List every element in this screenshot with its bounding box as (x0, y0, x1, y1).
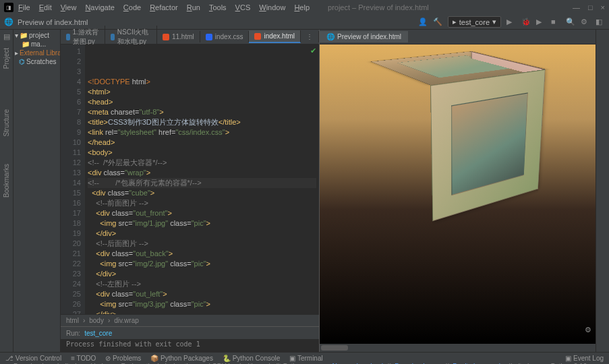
breadcrumb-item[interactable]: body (89, 317, 104, 324)
breadcrumb-item[interactable]: html (66, 317, 79, 324)
code-line[interactable]: <div class="out_left"> (88, 289, 316, 299)
project-root[interactable]: project (29, 32, 49, 39)
menu-window[interactable]: Window (256, 2, 289, 13)
code-line[interactable]: <meta charset="utf-8"> (88, 107, 316, 117)
breadcrumb-item[interactable]: div.wrap (114, 317, 139, 324)
project-tree[interactable]: ▾📁project 📁ma... ▸External Libraries ⌬Sc… (13, 30, 61, 352)
preview-hscrollbar[interactable] (320, 344, 596, 352)
globe-icon: 🌐 (4, 18, 13, 26)
code-line[interactable]: <!--前面图片 --> (88, 198, 316, 208)
search-icon[interactable]: 🔍 (566, 18, 575, 27)
code-line[interactable]: <div class="out_back"> (88, 249, 316, 259)
settings-icon[interactable]: ⚙ (581, 18, 590, 27)
menu-vcs[interactable]: VCS (232, 2, 254, 13)
toolwin-terminal[interactable]: ▣ Terminal (289, 355, 322, 362)
code-line[interactable]: <!DOCTYPE html> (88, 77, 316, 87)
panel-icon[interactable]: ◧ (596, 18, 605, 27)
minimize-button[interactable]: — (573, 3, 580, 11)
code-line[interactable]: <!-- /*包裹所有元素的容器*/--> (88, 178, 316, 188)
maximize-button[interactable]: □ (588, 3, 593, 11)
menu-view[interactable]: View (57, 2, 80, 13)
window-title: project – Preview of index.html (328, 3, 429, 11)
stop-button[interactable]: ■ (551, 18, 560, 27)
toolwin-todo[interactable]: ≡ TODO (71, 355, 96, 362)
preview-tab[interactable]: 🌐 Preview of index.html (320, 31, 408, 42)
code-line[interactable]: <img src="img/3.jpg" class="pic"> (88, 299, 316, 309)
run-config-name[interactable]: test_core (84, 330, 112, 337)
code-line[interactable]: </div> (88, 309, 316, 314)
project-tool-label[interactable]: Project (3, 48, 10, 69)
html-file-icon (254, 33, 261, 40)
user-icon[interactable]: 👤 (418, 18, 428, 27)
right-tool-stripe (596, 30, 609, 352)
code-line[interactable]: <body> (88, 148, 316, 158)
editor-tab[interactable]: index.css (200, 31, 250, 42)
code-line[interactable]: </head> (88, 138, 316, 148)
code-line[interactable]: <!--后面图片 --> (88, 239, 316, 249)
toolwin-python-packages[interactable]: 📦 Python Packages (150, 355, 213, 362)
line-gutter: 1234567891011121314151617181920212223242… (61, 44, 85, 314)
code-line[interactable]: <head> (88, 97, 316, 107)
code-line[interactable]: </div> (88, 269, 316, 279)
code-content[interactable]: ✔ <!DOCTYPE html><html><head><meta chars… (85, 44, 319, 314)
toolwin-problems[interactable]: ⊘ Problems (105, 355, 141, 362)
py-file-icon (111, 34, 115, 40)
tabs-more-icon[interactable]: ⋮ (301, 31, 319, 42)
run-label: Run: (66, 330, 80, 337)
preview-viewport[interactable]: ⚙ (320, 44, 596, 344)
close-button[interactable]: × (601, 3, 605, 11)
run-config-selector[interactable]: ▸ test_core ▾ (448, 16, 501, 28)
editor-tab[interactable]: 11.html (157, 31, 200, 42)
run-output: Process finished with exit code 1 (61, 339, 319, 349)
editor-tab[interactable]: index.html (249, 30, 301, 43)
title-bar: ◨ FileEditViewNavigateCodeRefactorRunToo… (0, 0, 609, 15)
left-tool-stripe: ▤ Project Structure Bookmarks (0, 30, 13, 352)
code-line[interactable]: <div class="wrap"> (88, 168, 316, 178)
menu-help[interactable]: Help (291, 2, 313, 13)
cube-3d (397, 59, 505, 195)
html-file-icon (163, 34, 169, 40)
menu-navigate[interactable]: Navigate (82, 2, 117, 13)
code-line[interactable]: <title>CSS3制作3D图片立方体旋转特效</title> (88, 117, 316, 127)
hammer-icon[interactable]: 🔨 (433, 18, 442, 27)
preview-settings-icon[interactable]: ⚙ (585, 326, 591, 334)
event-log-button[interactable]: ▣ Event Log (565, 355, 604, 362)
code-line[interactable]: <link rel="stylesheet" href="css/index.c… (88, 127, 316, 138)
code-line[interactable]: <!--左图片 --> (88, 279, 316, 289)
code-line[interactable]: <img src="img/2.jpg" class="pic"> (88, 259, 316, 269)
toolwin-python-console[interactable]: 🐍 Python Console (223, 355, 280, 362)
debug-button[interactable]: 🐞 (521, 18, 531, 27)
cube-face-front (430, 69, 546, 222)
code-line[interactable]: <img src="img/1.jpg" class="pic"> (88, 218, 316, 229)
toolwin-version-control[interactable]: ⎇ Version Control (5, 355, 61, 362)
preview-tab-label: Preview of index.html (337, 33, 401, 40)
menu-edit[interactable]: Edit (36, 2, 55, 13)
code-line[interactable]: <div class="out_front"> (88, 208, 316, 218)
run-button[interactable]: ▶ (506, 18, 516, 27)
code-line[interactable]: <html> (88, 87, 316, 97)
preview-panel: 🌐 Preview of index.html ⚙ (319, 30, 596, 352)
menu-tools[interactable]: Tools (206, 2, 230, 13)
code-line[interactable]: <div class="cube"> (88, 188, 316, 198)
menu-refactor[interactable]: Refactor (146, 2, 181, 13)
menu-code[interactable]: Code (120, 2, 144, 13)
css-file-icon (206, 34, 212, 40)
editor-area: 1.游戏背景图.pyNSCII火电和水电.py11.htmlindex.cssi… (61, 30, 319, 352)
menu-file[interactable]: File (15, 2, 34, 13)
tree-item[interactable]: Scratches (26, 58, 56, 65)
py-file-icon (66, 34, 70, 40)
globe-icon: 🌐 (326, 33, 335, 40)
ide-logo-icon: ◨ (4, 3, 13, 12)
code-line[interactable]: <!-- /*外层最大容器*/--> (88, 158, 316, 168)
structure-tool-label[interactable]: Structure (3, 109, 10, 137)
code-editor[interactable]: 1234567891011121314151617181920212223242… (61, 44, 319, 314)
menu-run[interactable]: Run (183, 2, 204, 13)
coverage-button[interactable]: ▶ (536, 18, 546, 27)
breadcrumb[interactable]: html›body›div.wrap (61, 314, 319, 326)
tree-item[interactable]: External Libraries (20, 49, 61, 57)
bookmarks-tool-label[interactable]: Bookmarks (3, 164, 10, 198)
code-line[interactable]: </div> (88, 229, 316, 239)
run-tool-window: Run: test_core Process finished with exi… (61, 326, 319, 352)
tree-item[interactable]: ma... (31, 40, 46, 48)
project-tool-icon[interactable]: ▤ (3, 32, 10, 41)
